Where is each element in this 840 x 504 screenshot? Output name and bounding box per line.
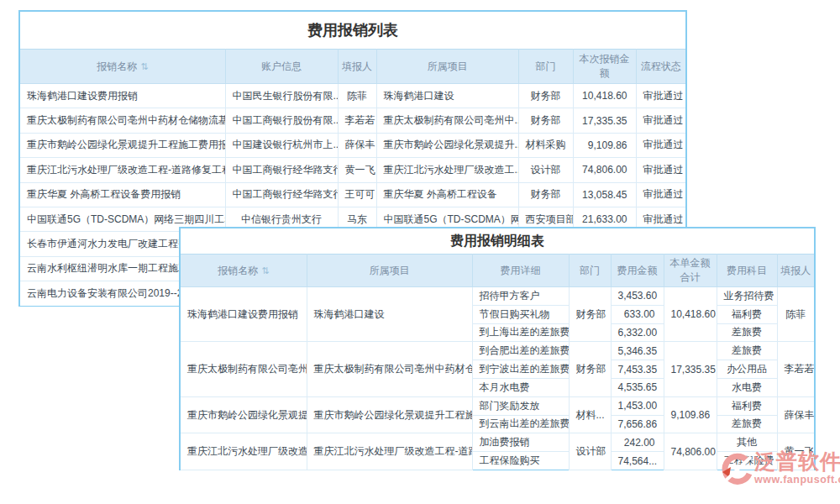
- amount-cell: 74,806.00: [573, 158, 636, 182]
- status-link[interactable]: 审批通过: [636, 133, 685, 157]
- col-header-reimburse-name[interactable]: 报销名称⇅: [181, 255, 307, 287]
- project-link[interactable]: 重庆江北污水处理厂级改造工...: [376, 158, 518, 182]
- detail-filler-link[interactable]: 薛保丰: [777, 396, 814, 433]
- reimburse-name-link[interactable]: 重庆华夏 外高桥工程设备费用报销: [20, 182, 225, 207]
- expense-amount-cell: 242.00: [611, 433, 664, 452]
- expense-amount-cell: 3,453.60: [611, 287, 664, 306]
- col-header-project: 所属项目: [376, 50, 518, 84]
- filler-link[interactable]: 黄一飞: [338, 158, 376, 182]
- filler-link[interactable]: 王可可: [338, 182, 376, 207]
- expense-detail-table: 报销名称⇅ 所属项目 费用详细 部门 费用金额 本单金额合计 费用科目 填报人 …: [181, 254, 814, 470]
- reimburse-name-link[interactable]: 重庆市鹅岭公园绿化景观提升工程施工费用报销: [20, 133, 225, 157]
- filler-link[interactable]: 李若若: [338, 108, 376, 133]
- project-link[interactable]: 珠海鹤港口建设: [376, 84, 518, 108]
- account-info-cell: 中国工商银行股份有限...: [225, 108, 338, 133]
- reimburse-name-link[interactable]: 重庆江北污水处理厂级改造工程-道路修复工程费用...: [20, 158, 225, 182]
- watermark-brand: 泛普软件: [754, 449, 840, 474]
- detail-project-link[interactable]: 重庆江北污水处理厂级改造工程-道路修复工程: [307, 433, 472, 470]
- total-amount-cell: 9,109.86: [664, 396, 717, 433]
- col-header-expense-detail: 费用详细: [472, 255, 569, 287]
- project-link[interactable]: 重庆华夏 外高桥工程设备: [376, 182, 518, 207]
- expense-item-cell: 节假日购买礼物: [472, 305, 569, 323]
- expense-detail-panel: 费用报销明细表 报销名称⇅ 所属项目 费用详细 部门 费用金额 本单金额合计 费…: [179, 227, 816, 470]
- expense-amount-cell: 7,656.86: [611, 415, 664, 433]
- col-header-expense-category: 费用科目: [717, 255, 777, 287]
- expense-item-cell: 部门奖励发放: [472, 396, 569, 415]
- col-header-total-amount: 本单金额合计: [664, 255, 717, 287]
- col-header-filler: 填报人: [338, 50, 376, 84]
- total-amount-cell: 17,335.35: [664, 342, 717, 396]
- col-header-expense-amount: 费用金额: [611, 255, 664, 287]
- table-row: 重庆市鹅岭公园绿化景观提升工程施 重庆市鹅岭公园绿化景观提升工程施工 部门奖励发…: [181, 396, 814, 415]
- expense-detail-header-row: 报销名称⇅ 所属项目 费用详细 部门 费用金额 本单金额合计 费用科目 填报人: [181, 255, 814, 287]
- table-row: 珠海鹤港口建设费用报销 珠海鹤港口建设 招待甲方客户 财务部 3,453.60 …: [181, 287, 814, 306]
- col-header-filler: 填报人: [777, 255, 814, 287]
- expense-item-cell: 到云南出差的差旅费: [472, 415, 569, 433]
- col-header-reimburse-name-label: 报销名称: [97, 60, 137, 72]
- expense-amount-cell: 6,332.00: [611, 323, 664, 342]
- table-row: 重庆太极制药有限公司亳州中药材 重庆太极制药有限公司亳州中药材仓储物流 到合肥出…: [181, 342, 814, 360]
- expense-category-cell: 福利费: [717, 305, 777, 323]
- dept-link[interactable]: 财务部: [518, 108, 573, 133]
- watermark-url: www.fanpusoft.com: [754, 474, 840, 486]
- expense-detail-title: 费用报销明细表: [181, 228, 814, 254]
- expense-category-cell: 差旅费: [717, 342, 777, 360]
- table-row: 重庆市鹅岭公园绿化景观提升工程施工费用报销 中国建设银行杭州市上... 薛保丰 …: [20, 133, 685, 157]
- dept-link[interactable]: 设计部: [518, 158, 573, 182]
- table-row: 重庆江北污水处理厂级改造工程-道路修复工程费用... 中国工商银行经华路支行 黄…: [20, 158, 685, 182]
- col-header-account-info: 账户信息: [225, 50, 338, 84]
- detail-name-link[interactable]: 重庆江北污水处理厂级改造工程-: [181, 433, 307, 470]
- expense-amount-cell: 4,535.65: [611, 378, 664, 396]
- watermark: 泛普软件 www.fanpusoft.com: [719, 449, 840, 491]
- detail-dept-cell: 材料...: [569, 396, 611, 433]
- expense-list-header-row: 报销名称⇅ 账户信息 填报人 所属项目 部门 本次报销金额 流程状态: [20, 50, 685, 84]
- dept-link[interactable]: 材料采购: [518, 133, 573, 157]
- project-link[interactable]: 重庆市鹅岭公园绿化景观提升...: [376, 133, 518, 157]
- amount-cell: 10,418.60: [573, 84, 636, 108]
- reimburse-name-link[interactable]: 珠海鹤港口建设费用报销: [20, 84, 225, 108]
- total-amount-cell: 74,806.00: [664, 433, 717, 470]
- detail-filler-link[interactable]: 陈菲: [777, 287, 814, 342]
- expense-item-cell: 加油费报销: [472, 433, 569, 452]
- detail-name-link[interactable]: 珠海鹤港口建设费用报销: [181, 287, 307, 342]
- total-amount-cell: 10,418.60: [664, 287, 717, 342]
- filler-link[interactable]: 薛保丰: [338, 133, 376, 157]
- detail-project-link[interactable]: 重庆太极制药有限公司亳州中药材仓储物流: [307, 342, 472, 396]
- account-info-cell: 中国工商银行经华路支行: [225, 158, 338, 182]
- status-link[interactable]: 审批通过: [636, 108, 685, 133]
- project-link[interactable]: 重庆太极制药有限公司亳州中...: [376, 108, 518, 133]
- expense-category-cell: 差旅费: [717, 323, 777, 342]
- sort-icon[interactable]: ⇅: [140, 61, 148, 71]
- detail-name-link[interactable]: 重庆市鹅岭公园绿化景观提升工程施: [181, 396, 307, 433]
- detail-project-link[interactable]: 珠海鹤港口建设: [307, 287, 472, 342]
- dept-link[interactable]: 财务部: [518, 182, 573, 207]
- expense-category-cell: 业务招待费: [717, 287, 777, 306]
- dept-link[interactable]: 财务部: [518, 84, 573, 108]
- account-info-cell: 中国工商银行经华路支行: [225, 182, 338, 207]
- expense-amount-cell: 74,564...: [611, 452, 664, 470]
- filler-link[interactable]: 陈菲: [338, 84, 376, 108]
- expense-category-cell: 差旅费: [717, 415, 777, 433]
- detail-filler-link[interactable]: 李若若: [777, 342, 814, 396]
- col-header-reimburse-name[interactable]: 报销名称⇅: [20, 50, 225, 84]
- expense-amount-cell: 1,453.00: [611, 396, 664, 415]
- detail-name-link[interactable]: 重庆太极制药有限公司亳州中药材: [181, 342, 307, 396]
- table-row: 重庆太极制药有限公司亳州中药材仓储物流基地项... 中国工商银行股份有限... …: [20, 108, 685, 133]
- detail-project-link[interactable]: 重庆市鹅岭公园绿化景观提升工程施工: [307, 396, 472, 433]
- amount-cell: 9,109.86: [573, 133, 636, 157]
- col-header-dept: 部门: [518, 50, 573, 84]
- status-link[interactable]: 审批通过: [636, 182, 685, 207]
- status-link[interactable]: 审批通过: [636, 158, 685, 182]
- expense-category-cell: 水电费: [717, 378, 777, 396]
- col-header-amount: 本次报销金额: [573, 50, 636, 84]
- status-link[interactable]: 审批通过: [636, 84, 685, 108]
- expense-amount-cell: 633.00: [611, 305, 664, 323]
- account-info-cell: 中国民生银行股份有限...: [225, 84, 338, 108]
- expense-category-cell: 办公用品: [717, 360, 777, 379]
- sort-icon[interactable]: ⇅: [261, 265, 269, 276]
- detail-dept-cell: 设计部: [569, 433, 611, 470]
- reimburse-name-link[interactable]: 重庆太极制药有限公司亳州中药材仓储物流基地项...: [20, 108, 225, 133]
- expense-item-cell: 工程保险购买: [472, 452, 569, 470]
- expense-category-cell: 福利费: [717, 396, 777, 415]
- detail-dept-cell: 财务部: [569, 287, 611, 342]
